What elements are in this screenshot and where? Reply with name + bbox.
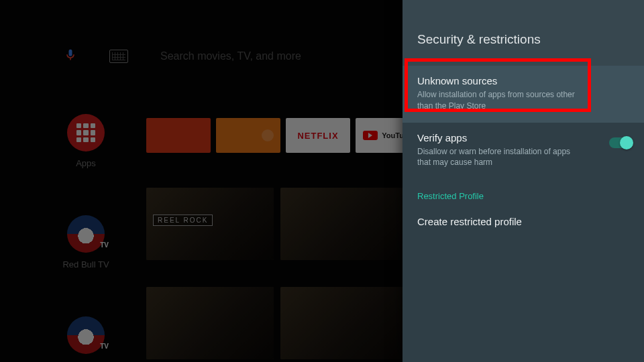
section-restricted-profile: Restricted Profile	[402, 179, 644, 206]
setting-desc: Allow installation of apps from sources …	[417, 89, 578, 112]
setting-title: Unknown sources	[417, 75, 629, 86]
settings-panel: Security & restrictions Unknown sources …	[402, 0, 644, 362]
panel-body: Unknown sources Allow installation of ap…	[402, 66, 644, 362]
verify-apps-toggle[interactable]	[609, 137, 632, 148]
setting-title: Create restricted profile	[417, 216, 629, 227]
setting-unknown-sources[interactable]: Unknown sources Allow installation of ap…	[402, 66, 644, 123]
setting-create-restricted-profile[interactable]: Create restricted profile	[402, 206, 644, 241]
setting-verify-apps[interactable]: Verify apps Disallow or warn before inst…	[402, 123, 644, 180]
setting-desc: Disallow or warn before installation of …	[417, 146, 578, 169]
setting-title: Verify apps	[417, 132, 629, 143]
panel-title: Security & restrictions	[402, 0, 644, 66]
